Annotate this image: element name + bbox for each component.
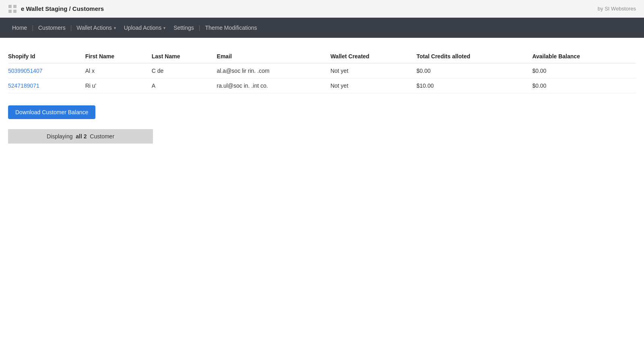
- available-balance-cell: $0.00: [532, 78, 636, 93]
- last-name-cell: C de: [152, 63, 217, 78]
- nav-bar: Home | Customers | Wallet Actions ▾ Uplo…: [0, 18, 644, 38]
- main-content: Shopify Id First Name Last Name Email Wa…: [0, 38, 644, 152]
- col-email: Email: [217, 50, 330, 63]
- wallet-created-cell: Not yet: [330, 78, 417, 93]
- svg-rect-1: [13, 5, 17, 8]
- col-total-credits: Total Credits alloted: [417, 50, 533, 63]
- customers-table: Shopify Id First Name Last Name Email Wa…: [8, 50, 636, 93]
- nav-settings[interactable]: Settings: [169, 18, 198, 38]
- nav-wallet-actions-btn[interactable]: Wallet Actions ▾: [72, 18, 120, 38]
- last-name-cell: A: [152, 78, 217, 93]
- shopify-id-link[interactable]: 50399051407: [8, 68, 43, 74]
- top-bar: e Wallet Staging / Customers by SI Webst…: [0, 0, 644, 18]
- first-name-cell: Al x: [85, 63, 152, 78]
- col-first-name: First Name: [85, 50, 152, 63]
- nav-customers[interactable]: Customers: [34, 18, 70, 38]
- total-credits-cell: $10.00: [417, 78, 533, 93]
- nav-home[interactable]: Home: [8, 18, 31, 38]
- col-shopify-id: Shopify Id: [8, 50, 85, 63]
- app-icon: [8, 4, 17, 13]
- col-available-balance: Available Balance: [532, 50, 636, 63]
- table-row: 5247189071Ri u'Ara.ul@soc in. .int co.No…: [8, 78, 636, 93]
- nav-sep-1: |: [31, 18, 34, 38]
- top-bar-left: e Wallet Staging / Customers: [8, 4, 104, 13]
- upload-actions-label: Upload Actions: [124, 25, 161, 31]
- svg-rect-0: [8, 5, 12, 8]
- table-header: Shopify Id First Name Last Name Email Wa…: [8, 50, 636, 63]
- nav-wallet-actions-dropdown[interactable]: Wallet Actions ▾: [72, 18, 120, 38]
- first-name-cell: Ri u': [85, 78, 152, 93]
- display-count: all 2: [76, 133, 87, 140]
- table-body: 50399051407Al xC deal.a@soc lir rin. .co…: [8, 63, 636, 93]
- nav-upload-actions-btn[interactable]: Upload Actions ▾: [120, 18, 169, 38]
- wallet-actions-label: Wallet Actions: [76, 25, 111, 31]
- available-balance-cell: $0.00: [532, 63, 636, 78]
- by-label: by SI Webstores: [598, 6, 636, 12]
- nav-theme-modifications[interactable]: Theme Modifications: [201, 18, 261, 38]
- svg-rect-2: [8, 10, 12, 13]
- email-cell: ra.ul@soc in. .int co.: [217, 78, 330, 93]
- svg-rect-3: [13, 10, 17, 13]
- wallet-actions-arrow: ▾: [114, 26, 116, 30]
- wallet-created-cell: Not yet: [330, 63, 417, 78]
- app-name-text: e Wallet Staging: [21, 5, 67, 12]
- upload-actions-arrow: ▾: [163, 26, 165, 30]
- col-last-name: Last Name: [152, 50, 217, 63]
- app-title: e Wallet Staging / Customers: [21, 5, 104, 12]
- email-cell: al.a@soc lir rin. .com: [217, 63, 330, 78]
- shopify-id-link[interactable]: 5247189071: [8, 82, 39, 89]
- display-bar: Displaying all 2 Customer: [8, 129, 153, 144]
- title-separator: /: [69, 5, 72, 12]
- download-customer-balance-button[interactable]: Download Customer Balance: [8, 105, 95, 119]
- display-prefix: Displaying: [47, 133, 73, 140]
- shopify-id-cell[interactable]: 5247189071: [8, 78, 85, 93]
- nav-upload-actions-dropdown[interactable]: Upload Actions ▾: [120, 18, 169, 38]
- page-title: Customers: [72, 5, 104, 12]
- nav-sep-2: |: [70, 18, 73, 38]
- col-wallet-created: Wallet Created: [330, 50, 417, 63]
- table-row: 50399051407Al xC deal.a@soc lir rin. .co…: [8, 63, 636, 78]
- shopify-id-cell[interactable]: 50399051407: [8, 63, 85, 78]
- total-credits-cell: $0.00: [417, 63, 533, 78]
- display-suffix: Customer: [90, 133, 114, 140]
- nav-sep-3: |: [198, 18, 201, 38]
